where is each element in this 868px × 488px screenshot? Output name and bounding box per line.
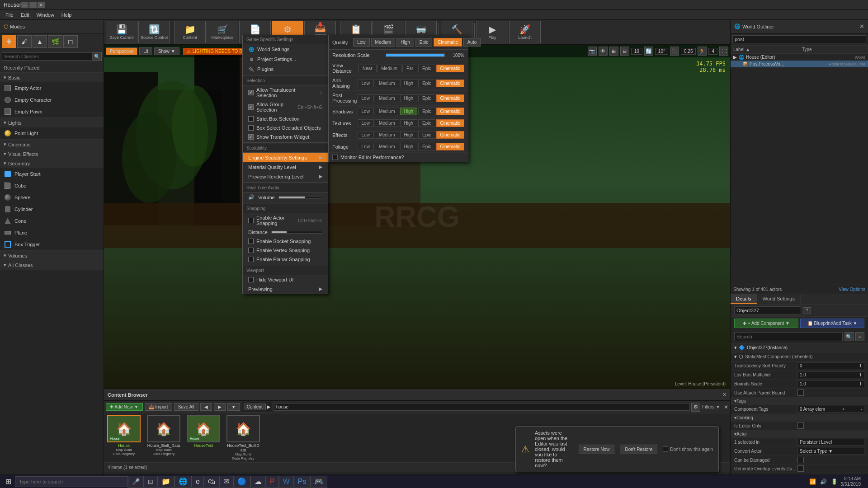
menu-edit[interactable]: Edit — [17, 11, 33, 19]
cb-item-house-test[interactable]: 🏠 House HouseTest — [185, 415, 222, 460]
show-transform-item[interactable]: ✓ Show Transform Widget — [243, 132, 328, 141]
generate-overlap-checkbox[interactable] — [797, 465, 804, 472]
cortana-microphone-button[interactable]: 🎤 — [128, 476, 144, 488]
plugins-menu-item[interactable]: 🔌 Plugins — [243, 64, 328, 74]
world-settings-menu-item[interactable]: 🌐 World Settings — [243, 44, 328, 54]
pp-epic[interactable]: Epic — [418, 94, 435, 102]
wo-item-house[interactable]: ▶ 🌐 House (Editor) World — [731, 54, 868, 61]
onedrive-taskbar-icon[interactable]: ☁ — [250, 476, 266, 488]
fo-low[interactable]: Low — [358, 143, 374, 150]
maximize-button[interactable]: □ — [29, 2, 37, 8]
maximize-viewport-btn[interactable]: ⛶ — [719, 47, 728, 56]
cooking-section-header[interactable]: ▾ Cooking — [731, 414, 868, 422]
vd-epic[interactable]: Epic — [418, 65, 435, 72]
box-trigger-item[interactable]: Box Trigger — [0, 239, 104, 250]
nav-forward-button[interactable]: ▶ — [214, 403, 226, 411]
object-name-input[interactable] — [734, 306, 801, 314]
pp-cinematic[interactable]: Cinematic — [436, 94, 464, 102]
ef-medium[interactable]: Medium — [375, 131, 399, 139]
tx-high[interactable]: High — [400, 119, 418, 127]
ef-epic[interactable]: Epic — [418, 131, 435, 139]
mode-placement[interactable]: ✚ — [2, 35, 16, 48]
lpv-bias-input[interactable] — [800, 372, 859, 377]
show-button[interactable]: Show ▼ — [154, 47, 179, 55]
pp-low[interactable]: Low — [358, 94, 374, 102]
ef-cinematic[interactable]: Cinematic — [436, 131, 464, 139]
sh-epic[interactable]: Epic — [418, 108, 435, 115]
allow-translucent-item[interactable]: ✓ Allow Translucent Selection T — [243, 85, 328, 100]
sh-high[interactable]: High — [400, 108, 418, 115]
material-quality-item[interactable]: Material Quality Level ▶ — [243, 162, 328, 172]
scale-snap-btn[interactable]: ⬛ — [670, 47, 679, 56]
camera-speed-value[interactable]: 4 — [708, 48, 717, 55]
preview-rendering-item[interactable]: Preview Rendering Level ▶ — [243, 172, 328, 181]
quality-auto-button[interactable]: Auto — [463, 38, 481, 47]
add-component-button[interactable]: ✚ + Add Component ▼ — [734, 319, 798, 328]
dont-show-checkbox[interactable] — [663, 446, 668, 452]
previewing-item[interactable]: Previewing ▶ — [243, 284, 328, 294]
can-be-damaged-checkbox[interactable] — [797, 457, 804, 463]
search-classes-input[interactable] — [2, 52, 93, 61]
marketplace-button[interactable]: 🛒 Marketplace — [207, 21, 238, 43]
hide-viewport-ui-item[interactable]: Hide Viewport UI — [243, 275, 328, 284]
fo-medium[interactable]: Medium — [375, 143, 399, 150]
store-taskbar-icon[interactable]: 🛍 — [204, 476, 219, 488]
sphere-item[interactable]: Sphere — [0, 192, 104, 203]
aa-cinematic[interactable]: Cinematic — [436, 80, 464, 87]
ef-high[interactable]: High — [400, 131, 418, 139]
sh-medium[interactable]: Medium — [375, 108, 399, 115]
menu-window[interactable]: Window — [33, 11, 58, 19]
aa-low[interactable]: Low — [358, 80, 374, 87]
fo-cinematic[interactable]: Cinematic — [436, 143, 464, 150]
windows-start-button[interactable]: ⊞ — [2, 476, 15, 488]
content-button[interactable]: 📁 Content — [174, 21, 206, 43]
blueprint-add-button[interactable]: 📋 Blueprint/Add Task ▼ — [800, 319, 864, 328]
aa-high[interactable]: High — [400, 80, 418, 87]
add-new-button[interactable]: ✚ Add New ▼ — [106, 403, 143, 411]
task-view-button[interactable]: ⊟ — [144, 476, 157, 488]
player-start-item[interactable]: Player Start — [0, 168, 104, 180]
quality-cinematic-button[interactable]: Cinematic — [434, 38, 462, 47]
point-light-item[interactable]: Point Light — [0, 127, 104, 139]
basic-category-header[interactable]: ▾ Basic — [0, 73, 104, 82]
aa-medium[interactable]: Medium — [375, 80, 399, 87]
wo-item-postprocess[interactable]: 📦 PostProcessVo... PostProcessVolume — [731, 61, 868, 67]
source-control-button[interactable]: 🔃 Source Control — [138, 21, 170, 43]
taskbar-search-input[interactable] — [15, 476, 128, 487]
quality-high-button[interactable]: High — [396, 38, 414, 47]
wo-label-column[interactable]: Label ▲ — [731, 46, 799, 53]
save-current-button[interactable]: 💾 Save Current — [106, 21, 137, 43]
cb-item-house-test-built[interactable]: 🏠 HouseTest_BuiltData Map BuildData Regi… — [225, 415, 261, 460]
monitor-checkbox[interactable] — [332, 155, 338, 160]
wo-view-options[interactable]: View Options — [839, 287, 865, 292]
cube-item[interactable]: Cube — [0, 180, 104, 192]
pp-high[interactable]: High — [400, 94, 418, 102]
cb-filters-label[interactable]: Filters ▼ — [702, 404, 720, 409]
mode-landscape[interactable]: ▲ — [33, 35, 47, 48]
resolution-scale-bar[interactable] — [386, 53, 445, 57]
actor-section-header[interactable]: ▾ Actor — [731, 430, 868, 438]
nav-history-button[interactable]: ▼ — [227, 403, 240, 411]
grid-value[interactable]: 10 — [631, 48, 642, 55]
content-search-input[interactable] — [274, 403, 689, 411]
file-explorer-taskbar-icon[interactable]: 📁 — [157, 476, 175, 488]
menu-file[interactable]: File — [2, 11, 17, 19]
enable-socket-snapping-item[interactable]: Enable Socket Snapping — [243, 237, 328, 246]
content-path-button[interactable]: Content — [244, 404, 266, 410]
visual-effects-category-header[interactable]: ▾ Visual Effects — [0, 149, 104, 159]
search-classes-button[interactable]: 🔍 — [93, 52, 102, 61]
wo-type-column[interactable]: Type — [799, 46, 868, 53]
world-outliner-close-button[interactable]: ✕ — [859, 23, 864, 30]
question-icon[interactable]: ? — [803, 307, 811, 314]
pp-medium[interactable]: Medium — [375, 94, 399, 102]
volume-icon[interactable]: 🔊 — [819, 477, 828, 486]
project-settings-menu-item[interactable]: ⚙ Project Settings... — [243, 54, 328, 64]
chrome-taskbar-icon[interactable]: 🔵 — [233, 476, 250, 488]
sh-low[interactable]: Low — [358, 108, 374, 115]
quality-low-button[interactable]: Low — [353, 38, 369, 47]
save-all-button[interactable]: Save All — [174, 403, 198, 411]
vd-near[interactable]: Near — [359, 65, 377, 72]
quality-medium-button[interactable]: Medium — [371, 38, 396, 47]
vd-medium[interactable]: Medium — [377, 65, 402, 72]
network-icon[interactable]: 📶 — [808, 477, 817, 486]
